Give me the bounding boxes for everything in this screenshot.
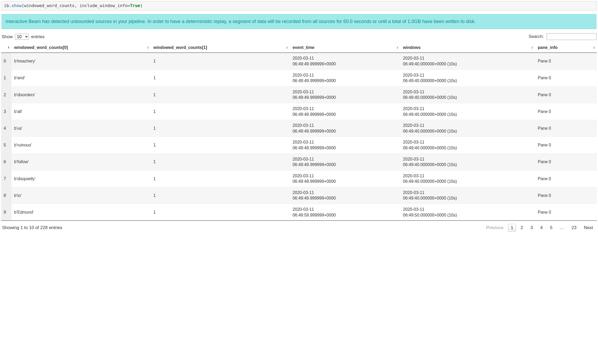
cell-count: 1 <box>151 70 290 86</box>
col-header-c2[interactable]: event_time ▲▼ <box>290 43 400 53</box>
code-bool: True <box>130 3 140 8</box>
col-header-c1[interactable]: windowed_word_counts[1] ▲▼ <box>151 43 290 53</box>
cell-windows: 2020-03-11 06:49:40.000000+0000 (10s) <box>400 86 535 103</box>
length-show-label: Show <box>2 34 13 39</box>
table-info: Showing 1 to 10 of 228 entries <box>2 225 62 230</box>
col-header-c1-label: windowed_word_counts[1] <box>153 45 207 50</box>
cell-word: b'and' <box>12 70 151 86</box>
search-label: Search: <box>529 34 544 39</box>
paginate-page[interactable]: 5 <box>547 224 555 232</box>
cell-count: 1 <box>151 137 290 153</box>
paginate-page[interactable]: 4 <box>537 224 545 232</box>
sort-icon: ▲▼ <box>531 46 534 49</box>
cell-count: 1 <box>151 120 290 137</box>
search-control: Search: <box>529 33 596 40</box>
cell-word: b'ruinous' <box>12 137 151 153</box>
code-eq: = <box>128 3 130 8</box>
cell-pane-info: Pane 0 <box>535 204 597 221</box>
cell-word: b'Edmund' <box>12 204 151 221</box>
cell-index: 2 <box>1 86 12 103</box>
cell-pane-info: Pane 0 <box>535 170 597 187</box>
cell-pane-info: Pane 0 <box>535 153 597 170</box>
datatable-bottom-controls: Showing 1 to 10 of 228 entries Previous1… <box>1 221 597 233</box>
paginate-page[interactable]: 3 <box>528 224 536 232</box>
code-prefix: ib. <box>4 3 12 8</box>
sort-icon: ▲▼ <box>147 46 149 49</box>
paginate-previous[interactable]: Previous <box>483 224 506 232</box>
cell-pane-info: Pane 0 <box>535 86 597 103</box>
search-input[interactable] <box>547 33 596 40</box>
cell-event-time: 2020-03-11 06:49:49.999999+0000 <box>290 137 400 153</box>
col-header-c0-label: windowed_word_counts[0] <box>14 45 68 50</box>
cell-pane-info: Pane 0 <box>535 53 597 70</box>
cell-pane-info: Pane 0 <box>535 137 597 153</box>
cell-windows: 2020-03-11 06:49:40.000000+0000 (10s) <box>400 170 535 187</box>
cell-windows: 2020-03-11 06:49:40.000000+0000 (10s) <box>400 137 535 153</box>
cell-word: b'disquietly' <box>12 170 151 187</box>
length-entries-label: entries <box>31 34 45 39</box>
cell-event-time: 2020-03-11 06:49:49.999999+0000 <box>290 153 400 170</box>
col-header-c0[interactable]: windowed_word_counts[0] ▲▼ <box>12 43 151 53</box>
cell-index: 6 <box>1 153 12 170</box>
table-row: 6b'follow'12020-03-11 06:49:49.999999+00… <box>1 153 597 170</box>
col-header-c3[interactable]: windows ▲▼ <box>400 43 535 53</box>
cell-event-time: 2020-03-11 06:49:49.999999+0000 <box>290 53 400 70</box>
cell-event-time: 2020-03-11 06:49:49.999999+0000 <box>290 187 400 204</box>
col-header-c4[interactable]: pane_info ▲▼ <box>535 43 597 53</box>
cell-event-time: 2020-03-11 06:49:49.999999+0000 <box>290 103 400 120</box>
paginate-page[interactable]: 23 <box>569 224 579 232</box>
cell-index: 7 <box>1 170 12 187</box>
col-header-c4-label: pane_info <box>538 45 558 50</box>
paginate-ellipsis: … <box>557 224 567 232</box>
code-close: ) <box>140 3 143 8</box>
table-row: 3b'all'12020-03-11 06:49:49.999999+00002… <box>1 103 597 120</box>
table-row: 0b'treachery'12020-03-11 06:49:49.999999… <box>1 53 597 70</box>
cell-count: 1 <box>151 153 290 170</box>
sort-icon: ▲▼ <box>396 46 399 49</box>
col-header-c3-label: windows <box>403 45 421 50</box>
cell-word: b'to' <box>12 187 151 204</box>
length-select[interactable]: 102550100 <box>15 34 29 40</box>
paginate-page[interactable]: 1 <box>508 224 516 232</box>
table-row: 5b'ruinous'12020-03-11 06:49:49.999999+0… <box>1 137 597 153</box>
cell-windows: 2020-03-11 06:49:40.000000+0000 (10s) <box>400 187 535 204</box>
cell-event-time: 2020-03-11 06:49:49.999999+0000 <box>290 86 400 103</box>
length-control: Show 102550100 entries <box>2 34 45 40</box>
cell-count: 1 <box>151 187 290 204</box>
cell-index: 4 <box>1 120 12 137</box>
sort-icon: ▲▼ <box>593 46 595 49</box>
cell-windows: 2020-03-11 06:49:40.000000+0000 (10s) <box>400 53 535 70</box>
cell-index: 5 <box>1 137 12 153</box>
cell-windows: 2020-03-11 06:49:40.000000+0000 (10s) <box>400 153 535 170</box>
sort-icon: ▲▼ <box>7 46 10 49</box>
cell-windows: 2020-03-11 06:49:40.000000+0000 (10s) <box>400 70 535 86</box>
paginate-page[interactable]: 2 <box>518 224 526 232</box>
data-table: ▲▼ windowed_word_counts[0] ▲▼ windowed_w… <box>1 43 597 221</box>
col-header-c2-label: event_time <box>292 45 314 50</box>
sort-icon: ▲▼ <box>286 46 289 49</box>
cell-event-time: 2020-03-11 06:49:59.999999+0000 <box>290 204 400 221</box>
cell-count: 1 <box>151 103 290 120</box>
code-func: show <box>12 3 22 8</box>
cell-windows: 2020-03-11 06:49:40.000000+0000 (10s) <box>400 120 535 137</box>
info-banner-text: Interactive Beam has detected unbounded … <box>5 19 476 24</box>
cell-windows: 2020-03-11 06:49:50.000000+0000 (10s) <box>400 204 535 221</box>
cell-pane-info: Pane 0 <box>535 103 597 120</box>
paginate-next[interactable]: Next <box>581 224 596 232</box>
code-cell: ib.show(windowed_word_counts, include_wi… <box>1 1 597 10</box>
cell-index: 9 <box>1 204 12 221</box>
col-header-index[interactable]: ▲▼ <box>1 43 12 53</box>
cell-index: 1 <box>1 70 12 86</box>
cell-word: b'treachery' <box>12 53 151 70</box>
table-row: 9b'Edmund'12020-03-11 06:49:59.999999+00… <box>1 204 597 221</box>
cell-pane-info: Pane 0 <box>535 120 597 137</box>
cell-event-time: 2020-03-11 06:49:49.999999+0000 <box>290 170 400 187</box>
cell-count: 1 <box>151 86 290 103</box>
cell-word: b'us' <box>12 120 151 137</box>
cell-count: 1 <box>151 53 290 70</box>
cell-event-time: 2020-03-11 06:49:49.999999+0000 <box>290 120 400 137</box>
code-open: (windowed_word_counts, include_window_in… <box>21 3 128 8</box>
table-row: 1b'and'12020-03-11 06:49:49.999999+00002… <box>1 70 597 86</box>
info-banner: Interactive Beam has detected unbounded … <box>2 14 596 29</box>
cell-word: b'disorders' <box>12 86 151 103</box>
